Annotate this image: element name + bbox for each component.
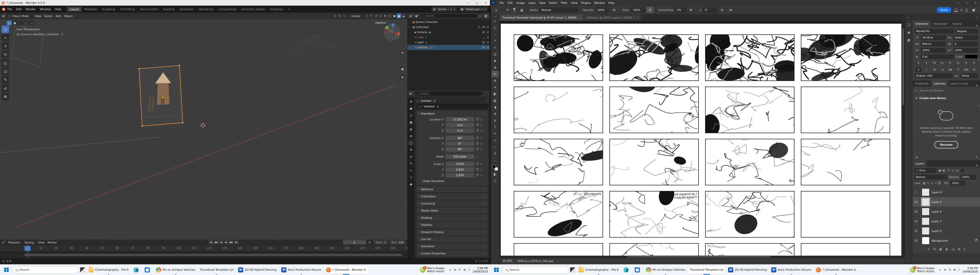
expand-arrow[interactable]: › bbox=[410, 41, 414, 44]
close-tab-icon[interactable]: × bbox=[579, 16, 581, 19]
type-style-button[interactable]: T₁ bbox=[956, 61, 961, 65]
workspace-tab[interactable]: Texture Paint bbox=[138, 7, 161, 12]
hide-eye-icon[interactable] bbox=[482, 41, 485, 43]
taskbar-app-button[interactable]: W 2D-3D Hybrid Planning bbox=[726, 266, 769, 274]
properties-section[interactable]: › Custom Properties ∷∷ bbox=[417, 250, 488, 256]
brush-angle-field[interactable]: 0° bbox=[703, 7, 717, 13]
jump-end-button[interactable]: ▶| bbox=[234, 240, 239, 245]
gizmos-icon[interactable]: ◔ bbox=[374, 14, 378, 18]
new-group-icon[interactable]: ❏ bbox=[952, 248, 954, 251]
storyboard-panel[interactable] bbox=[514, 139, 603, 185]
layer-row[interactable]: Layer 4 bbox=[913, 207, 980, 216]
filter-pixel-layers-icon[interactable]: ▣ bbox=[938, 168, 942, 173]
taskbar-app-button[interactable]: W Ass1 Production Docum bbox=[770, 266, 813, 274]
taskbar-app-button[interactable]: Cinematography - File E bbox=[577, 266, 620, 274]
select-mode-button[interactable]: ▭ bbox=[29, 21, 34, 25]
smoothing-options-gear-icon[interactable]: ⚙ bbox=[687, 6, 694, 13]
properties-section[interactable]: › Shading ∷∷ bbox=[417, 215, 488, 221]
tray-icon[interactable]: ⧉ bbox=[464, 268, 466, 272]
animate-dot[interactable] bbox=[480, 119, 482, 120]
collapse-panels-icon[interactable]: « bbox=[907, 16, 908, 19]
render-visibility-icon[interactable]: ⊡ bbox=[487, 36, 489, 39]
animate-dot[interactable] bbox=[480, 130, 482, 132]
animate-dot[interactable] bbox=[480, 124, 482, 126]
type-style-button[interactable]: Ŧ bbox=[971, 61, 977, 65]
type-style-button[interactable]: T¹ bbox=[948, 61, 953, 65]
viewport-menu-item[interactable]: Object bbox=[62, 14, 74, 18]
pin-icon[interactable]: ⌖ bbox=[487, 99, 488, 102]
taskbar-app-button[interactable]: Ps Thumbnail Template hyl bbox=[688, 266, 725, 274]
new-collection-button[interactable]: ▦⁺ bbox=[484, 14, 489, 18]
layer-opacity-field[interactable]: 100%˅ bbox=[961, 175, 977, 180]
hide-eye-icon[interactable] bbox=[482, 31, 485, 33]
outliner-row[interactable]: ∨ ▦ Collection ☑ ⊡ bbox=[407, 24, 490, 30]
timeline-ruler[interactable]: 1020304050607080901001101201301401501601… bbox=[0, 245, 407, 252]
shading-rendered-icon[interactable]: ◒ bbox=[401, 14, 406, 18]
layers-tab[interactable]: Layers bbox=[913, 160, 927, 167]
blender-menu-item[interactable]: Render bbox=[24, 8, 38, 11]
outliner-row[interactable]: › ◆ Camera ◉ ⊡ bbox=[407, 30, 490, 35]
photoshop-menu-item[interactable]: View bbox=[570, 1, 579, 4]
world-tab[interactable]: ⊕ bbox=[408, 133, 414, 139]
render-tab[interactable]: ▣ bbox=[408, 106, 414, 111]
timeline-menu-item[interactable]: Keying ˅ bbox=[23, 240, 37, 245]
photoshop-menu-item[interactable]: Plugins bbox=[579, 1, 593, 4]
lock-all-icon[interactable] bbox=[938, 182, 940, 184]
proportional-editing-icon[interactable]: ⊙ bbox=[337, 14, 342, 18]
window-control-button[interactable]: — bbox=[954, 1, 963, 4]
workspace-tab[interactable]: UV Editing bbox=[118, 7, 137, 12]
lock-pixels-icon[interactable]: ✎ bbox=[927, 182, 929, 185]
add-cube-tool[interactable]: ⊞ bbox=[2, 93, 9, 100]
transform-tool[interactable]: ◲ bbox=[2, 68, 9, 75]
news-widget[interactable]: Men's SinglesMatch results bbox=[418, 266, 447, 273]
jump-start-button[interactable]: |◀ bbox=[208, 240, 213, 245]
foreground-background-swatches[interactable] bbox=[492, 165, 498, 171]
document-canvas[interactable]: Thumbnails Should expand as I work (mayb… bbox=[501, 24, 901, 256]
type-tool[interactable]: T bbox=[492, 124, 499, 130]
expand-panels-icon[interactable]: » bbox=[977, 16, 978, 19]
workspace-tab[interactable]: Sculpting bbox=[100, 7, 118, 12]
tray-icon[interactable]: ⊘ bbox=[944, 268, 946, 272]
type-style-button[interactable]: T bbox=[963, 61, 969, 65]
scene-selector[interactable]: ◍˅ Scene ⌖ ⧉ ✕ bbox=[431, 6, 457, 12]
viewport-menu-item[interactable]: Add bbox=[54, 14, 62, 18]
play-reverse-button[interactable]: ◀ bbox=[219, 240, 224, 245]
blender-menu-logo-icon[interactable] bbox=[2, 8, 5, 11]
storyboard-panel[interactable] bbox=[609, 34, 699, 81]
animate-dot[interactable] bbox=[480, 149, 482, 150]
lock-transparency-icon[interactable]: ▦ bbox=[923, 182, 925, 185]
lasso-tool[interactable]: ≀ bbox=[492, 31, 499, 38]
start-button[interactable] bbox=[2, 266, 11, 274]
window-control-button[interactable]: ✕ bbox=[481, 2, 490, 4]
measure-tool[interactable]: ∡ bbox=[2, 84, 9, 92]
smoothing-field[interactable]: 0%˅ bbox=[675, 7, 686, 13]
notifications-bell-icon[interactable] bbox=[955, 9, 957, 11]
expand-arrow[interactable]: › bbox=[410, 36, 414, 38]
pivot-point-icon[interactable]: ⌖ bbox=[364, 14, 369, 18]
storyboard-panel[interactable] bbox=[609, 87, 699, 133]
workspace-tab[interactable]: Modeling bbox=[82, 7, 100, 12]
outliner-filter-id-icon[interactable]: ▣˅ bbox=[414, 14, 419, 18]
properties-section[interactable]: › Visibility ∷∷ bbox=[417, 222, 488, 228]
tray-icon[interactable]: ∧ bbox=[449, 268, 451, 272]
layer-visibility-eye-icon[interactable] bbox=[915, 201, 918, 203]
taskbar-app-button[interactable] bbox=[132, 266, 142, 274]
collection-checkbox[interactable]: ☑ bbox=[478, 26, 480, 28]
layer-row[interactable]: Layer 6 bbox=[913, 187, 980, 197]
layer-visibility-eye-icon[interactable] bbox=[915, 210, 918, 213]
panel-tab[interactable]: Paragraph bbox=[931, 21, 950, 27]
path-select-tool[interactable]: ↖ bbox=[492, 130, 499, 137]
pan-view-icon[interactable]: ☞ bbox=[400, 58, 405, 64]
value-field[interactable]: 90° ˅ bbox=[445, 147, 474, 152]
viewport-3d[interactable]: ▢■◌◯▭ User Perspective (1) Scene Collect… bbox=[0, 19, 407, 240]
text-color-swatch[interactable] bbox=[965, 54, 978, 59]
hide-eye-icon[interactable] bbox=[482, 46, 485, 48]
layer-thumbnail[interactable] bbox=[922, 227, 929, 235]
lock-icon[interactable] bbox=[476, 143, 479, 145]
shading-solid-icon[interactable]: ● bbox=[392, 14, 396, 18]
history-panel-icon[interactable]: ❏ bbox=[907, 23, 910, 27]
tray-icon[interactable]: ∧ bbox=[939, 268, 941, 272]
viewlayer-tab[interactable]: ▦ bbox=[408, 120, 414, 125]
opentype-button[interactable]: ½ bbox=[971, 67, 977, 72]
timeline-editor-type-icon[interactable]: ◷˅ bbox=[2, 240, 6, 245]
